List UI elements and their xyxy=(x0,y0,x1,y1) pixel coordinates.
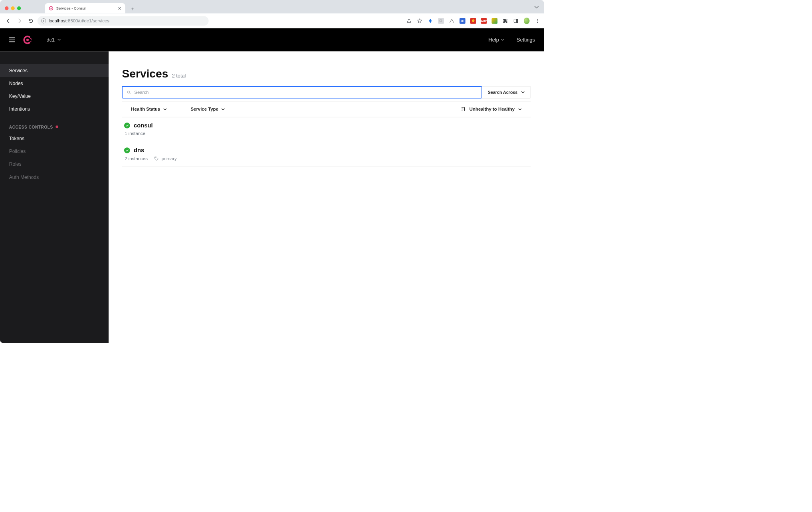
extension-icon[interactable]: JH xyxy=(459,18,465,24)
browser-tab[interactable]: Services - Consul ✕ xyxy=(45,3,125,13)
datacenter-label: dc1 xyxy=(47,37,55,43)
sidebar: Services Nodes Key/Value Intentions ACCE… xyxy=(0,52,109,343)
browser-back-button[interactable] xyxy=(4,16,13,26)
service-instance-count: 1 instance xyxy=(125,131,145,136)
svg-point-6 xyxy=(537,22,538,23)
tab-close-icon[interactable]: ✕ xyxy=(118,6,121,11)
extension-icon[interactable] xyxy=(428,18,434,24)
extension-icon[interactable]: ⬚ xyxy=(438,18,444,24)
browser-toolbar: i localhost:8500/ui/dc1/services ⬚ JH ✋ … xyxy=(0,14,544,29)
sidebar-item-intentions[interactable]: Intentions xyxy=(0,103,109,115)
help-menu[interactable]: Help xyxy=(489,37,505,43)
status-dot-icon xyxy=(56,125,59,128)
app-header: dc1 Help Settings xyxy=(0,28,544,52)
service-instance-count: 2 instances xyxy=(125,156,148,161)
sidebar-section-access-controls: ACCESS CONTROLS xyxy=(0,121,109,132)
new-tab-button[interactable]: ＋ xyxy=(129,4,137,13)
svg-rect-3 xyxy=(516,19,518,22)
service-tag: primary xyxy=(154,156,177,161)
chevron-down-icon xyxy=(518,107,521,112)
bookmark-star-icon[interactable] xyxy=(417,18,423,24)
extension-icon[interactable]: ✋ xyxy=(470,18,476,24)
consul-favicon-icon xyxy=(49,6,53,11)
chevron-down-icon xyxy=(57,38,61,42)
health-passing-icon xyxy=(124,147,130,153)
search-input[interactable] xyxy=(134,89,477,95)
share-icon[interactable] xyxy=(406,18,412,24)
chevron-down-icon xyxy=(222,107,225,112)
window-maximize-button[interactable] xyxy=(17,6,21,10)
browser-tab-title: Services - Consul xyxy=(56,6,115,10)
sidebar-item-nodes[interactable]: Nodes xyxy=(0,77,109,90)
chevron-down-icon xyxy=(521,89,525,94)
browser-menu-icon[interactable] xyxy=(535,18,541,24)
svg-point-5 xyxy=(537,20,538,21)
window-minimize-button[interactable] xyxy=(11,6,14,10)
search-box[interactable] xyxy=(122,86,482,99)
extension-icon[interactable] xyxy=(491,18,497,24)
profile-avatar-icon[interactable] xyxy=(524,18,530,24)
sidebar-item-key-value[interactable]: Key/Value xyxy=(0,90,109,103)
svg-point-9 xyxy=(31,40,32,40)
search-across-button[interactable]: Search Across xyxy=(481,86,531,99)
sort-icon xyxy=(461,106,465,112)
side-panel-icon[interactable] xyxy=(513,18,519,24)
service-row[interactable]: dns 2 instances primary xyxy=(122,142,531,167)
sidebar-item-tokens[interactable]: Tokens xyxy=(0,132,109,145)
svg-point-12 xyxy=(30,42,30,43)
chevron-down-icon xyxy=(163,107,166,112)
svg-point-11 xyxy=(30,37,30,38)
svg-point-10 xyxy=(30,41,31,42)
browser-actions: ⬚ JH ✋ ABP xyxy=(406,18,540,24)
browser-address-bar[interactable]: i localhost:8500/ui/dc1/services xyxy=(38,16,209,26)
extension-icon[interactable] xyxy=(449,18,455,24)
svg-point-14 xyxy=(155,157,156,158)
service-name: consul xyxy=(134,122,153,129)
filter-health-status[interactable]: Health Status xyxy=(131,107,166,112)
window-close-button[interactable] xyxy=(5,6,8,10)
browser-forward-button[interactable] xyxy=(15,16,24,26)
extension-icon[interactable]: ABP xyxy=(481,18,487,24)
main-content: Services 2 total Search Across Hea xyxy=(109,52,544,343)
sidebar-item-roles[interactable]: Roles xyxy=(0,158,109,171)
tag-icon xyxy=(154,156,159,161)
sidebar-item-services[interactable]: Services xyxy=(0,64,109,77)
service-row[interactable]: consul 1 instance xyxy=(122,117,531,142)
service-list: consul 1 instance dns 2 instances xyxy=(122,117,531,167)
svg-point-7 xyxy=(26,39,29,41)
health-passing-icon xyxy=(124,123,130,129)
svg-point-4 xyxy=(537,19,538,20)
chevron-down-icon xyxy=(501,38,504,42)
sidebar-item-policies[interactable]: Policies xyxy=(0,145,109,158)
filter-service-type[interactable]: Service Type xyxy=(190,107,225,112)
site-info-icon[interactable]: i xyxy=(41,18,46,23)
browser-reload-button[interactable] xyxy=(26,16,36,26)
page-title: Services xyxy=(122,67,168,80)
search-icon xyxy=(127,90,131,95)
url-text: localhost:8500/ui/dc1/services xyxy=(49,18,109,23)
tab-overflow-icon[interactable] xyxy=(535,5,539,10)
consul-logo-icon xyxy=(22,34,33,46)
page-subtitle: 2 total xyxy=(172,73,186,79)
sort-selector[interactable]: Unhealthy to Healthy xyxy=(461,106,521,112)
window-controls xyxy=(5,6,21,10)
svg-point-1 xyxy=(50,8,51,9)
filter-bar: Health Status Service Type Unhealthy to … xyxy=(122,102,531,117)
menu-toggle-button[interactable] xyxy=(9,38,15,42)
datacenter-selector[interactable]: dc1 xyxy=(47,37,61,43)
extensions-puzzle-icon[interactable] xyxy=(502,18,508,24)
svg-point-8 xyxy=(30,38,31,39)
service-name: dns xyxy=(134,147,144,154)
settings-link[interactable]: Settings xyxy=(517,37,535,43)
browser-chrome: Services - Consul ✕ ＋ i localhost:8500/u… xyxy=(0,0,544,28)
sidebar-item-auth-methods[interactable]: Auth Methods xyxy=(0,171,109,183)
